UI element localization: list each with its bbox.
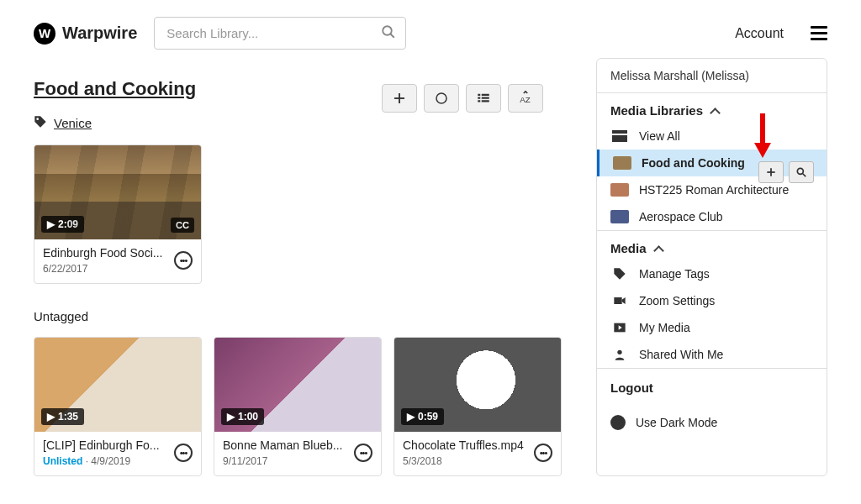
svg-point-18 xyxy=(797,168,803,174)
sidebar-my-media[interactable]: My Media xyxy=(597,314,827,341)
tag-icon xyxy=(610,267,629,281)
library-thumb-icon xyxy=(613,156,631,170)
list-view-button[interactable] xyxy=(466,84,501,113)
card-title: Edinburgh Food Soci... xyxy=(43,246,169,260)
sidebar-library-aerospace-club[interactable]: Aerospace Club xyxy=(597,203,827,230)
more-icon[interactable]: ••• xyxy=(174,251,193,270)
more-icon[interactable]: ••• xyxy=(354,444,372,462)
person-icon xyxy=(610,348,629,361)
card-date: 6/22/2017 xyxy=(43,263,169,275)
dark-mode-toggle[interactable]: Use Dark Mode xyxy=(597,407,827,444)
chevron-up-icon xyxy=(652,241,663,255)
sidebar-item-label: Zoom Settings xyxy=(639,294,715,307)
sort-button[interactable]: AZ xyxy=(508,84,543,113)
svg-rect-10 xyxy=(482,100,489,102)
menu-icon[interactable] xyxy=(811,26,827,40)
tag-link-venice[interactable]: Venice xyxy=(54,116,92,130)
svg-point-0 xyxy=(383,26,393,35)
dark-mode-icon xyxy=(610,415,626,430)
record-button[interactable] xyxy=(424,84,459,113)
search-icon[interactable] xyxy=(381,24,396,43)
thumbnail: ▶ 2:09 CC xyxy=(34,145,201,239)
sidebar: Melissa Marshall (Melissa) Media Librari… xyxy=(596,58,827,476)
add-library-button[interactable] xyxy=(758,161,784,183)
sidebar-item-label: Use Dark Mode xyxy=(636,416,717,429)
svg-rect-9 xyxy=(482,97,489,99)
svg-text:AZ: AZ xyxy=(520,95,531,104)
more-icon[interactable]: ••• xyxy=(174,444,193,462)
tag-icon xyxy=(34,115,47,131)
sidebar-item-label: Food and Cooking xyxy=(642,156,745,170)
status-badge: Unlisted xyxy=(43,455,82,467)
svg-line-1 xyxy=(391,34,395,38)
card-title: [CLIP] Edinburgh Fo... xyxy=(43,438,169,452)
card-title: Chocolate Truffles.mp4 xyxy=(403,438,529,452)
play-icon xyxy=(610,321,629,334)
svg-rect-8 xyxy=(482,94,489,96)
svg-point-12 xyxy=(36,118,39,120)
brand-logo[interactable]: W Warpwire xyxy=(34,23,137,45)
library-thumb-icon xyxy=(610,183,629,197)
thumbnail: ▶ 1:00 xyxy=(214,338,381,432)
video-icon xyxy=(610,294,629,307)
svg-line-19 xyxy=(803,174,806,177)
media-card[interactable]: ▶ 1:00 Bonne Maman Blueb... 9/11/2017 ••… xyxy=(214,337,382,476)
more-icon[interactable]: ••• xyxy=(534,444,552,462)
svg-rect-13 xyxy=(614,297,621,304)
chevron-up-icon xyxy=(708,103,719,118)
search-input[interactable] xyxy=(154,17,406,50)
svg-rect-5 xyxy=(478,94,480,96)
card-date: 9/11/2017 xyxy=(223,455,349,467)
logout-link[interactable]: Logout xyxy=(597,369,827,407)
svg-point-4 xyxy=(436,93,446,103)
annotation-arrow xyxy=(750,109,775,163)
add-button[interactable] xyxy=(382,84,417,113)
duration-badge: ▶ 1:00 xyxy=(221,408,264,425)
thumbnail: ▶ 0:59 xyxy=(394,338,561,432)
media-card[interactable]: ▶ 1:35 [CLIP] Edinburgh Fo... Unlisted ·… xyxy=(34,337,202,476)
duration-badge: ▶ 2:09 xyxy=(41,216,84,233)
sidebar-manage-tags[interactable]: Manage Tags xyxy=(597,260,827,287)
search-libraries-button[interactable] xyxy=(789,161,814,183)
stack-icon xyxy=(610,129,629,143)
sidebar-shared-with-me[interactable]: Shared With Me xyxy=(597,341,827,368)
media-libraries-heading[interactable]: Media Libraries xyxy=(597,93,827,123)
svg-rect-6 xyxy=(478,97,480,99)
untagged-heading: Untagged xyxy=(34,309,571,323)
account-link[interactable]: Account xyxy=(735,26,784,41)
user-name: Melissa Marshall (Melissa) xyxy=(610,69,813,82)
media-heading[interactable]: Media xyxy=(597,231,827,260)
sidebar-item-label: HST225 Roman Architecture xyxy=(639,183,789,197)
duration-badge: ▶ 0:59 xyxy=(401,408,444,425)
thumbnail: ▶ 1:35 xyxy=(34,338,201,432)
library-thumb-icon xyxy=(610,210,629,223)
media-card[interactable]: ▶ 2:09 CC Edinburgh Food Soci... 6/22/20… xyxy=(34,144,202,284)
sidebar-view-all[interactable]: View All xyxy=(597,123,827,150)
card-date: 5/3/2018 xyxy=(403,455,529,467)
card-date: 4/9/2019 xyxy=(91,455,130,467)
sidebar-item-label: View All xyxy=(639,129,680,143)
sidebar-item-label: Manage Tags xyxy=(639,267,710,281)
sidebar-item-label: Aerospace Club xyxy=(639,210,723,223)
media-card[interactable]: ▶ 0:59 Chocolate Truffles.mp4 5/3/2018 •… xyxy=(394,337,562,476)
sidebar-item-label: Shared With Me xyxy=(639,348,723,361)
card-title: Bonne Maman Blueb... xyxy=(223,438,349,452)
duration-badge: ▶ 1:35 xyxy=(41,408,84,425)
svg-point-15 xyxy=(617,350,621,354)
svg-rect-7 xyxy=(478,100,480,102)
sidebar-zoom-settings[interactable]: Zoom Settings xyxy=(597,287,827,314)
sidebar-item-label: My Media xyxy=(639,321,690,334)
cc-badge: CC xyxy=(171,218,194,233)
logo-mark: W xyxy=(34,23,55,45)
brand-name: Warpwire xyxy=(62,24,137,43)
